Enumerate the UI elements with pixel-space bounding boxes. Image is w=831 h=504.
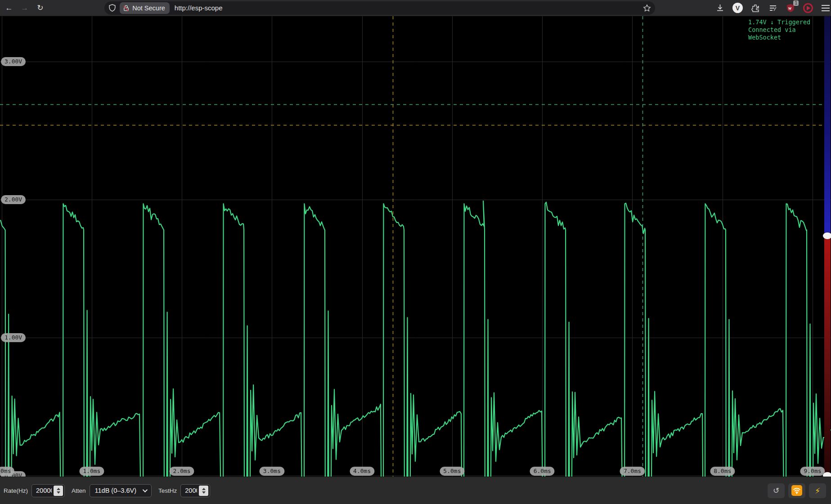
chevron-down-icon — [143, 487, 148, 492]
atten-label: Atten — [72, 487, 86, 494]
trigger-mode-button[interactable]: ⚡ — [809, 483, 826, 498]
extension-bars-icon[interactable] — [767, 2, 778, 13]
y-tick-label: 1.00V — [1, 333, 26, 342]
back-button[interactable]: ← — [2, 2, 16, 14]
x-tick-label: 6.0ms — [530, 467, 555, 476]
not-secure-chip[interactable]: Not Secure — [120, 2, 170, 14]
reset-button[interactable]: ↺ — [768, 483, 785, 498]
trigger-slider-upper-track[interactable] — [824, 16, 831, 236]
menu-hamburger-icon[interactable] — [820, 2, 831, 13]
wifi-icon — [791, 485, 802, 496]
downloads-icon[interactable] — [714, 2, 726, 13]
tracking-shield-icon[interactable] — [108, 4, 116, 12]
scope-status: 1.74V ↓ Triggered Connected via WebSocke… — [748, 18, 831, 41]
x-tick-label: 1.0ms — [79, 467, 104, 476]
trigger-slider-lower-track[interactable] — [824, 236, 831, 476]
trigger-level-slider[interactable] — [824, 16, 831, 476]
oscilloscope-display: 1.74V ↓ Triggered Connected via WebSocke… — [0, 16, 831, 477]
browser-toolbar: ← → ↻ Not Secure http://esp-scope V — [0, 0, 831, 16]
browser-extension-row: V 1 — [714, 2, 831, 13]
adblock-shield-icon[interactable]: 1 — [785, 2, 796, 13]
y-tick-label: 2.00V — [1, 195, 26, 204]
x-tick-label: 5.0ms — [440, 467, 464, 476]
x-tick-label: 0ms — [0, 467, 14, 476]
address-bar[interactable]: Not Secure http://esp-scope — [104, 1, 655, 15]
rate-stepper[interactable] — [54, 486, 63, 496]
x-tick-label: 7.0ms — [620, 467, 645, 476]
play-icon — [807, 6, 810, 10]
connection-status-text: Connected via WebSocket — [748, 26, 831, 41]
testhz-label: TestHz — [158, 487, 177, 494]
x-tick-label: 9.0ms — [800, 467, 825, 476]
x-tick-label: 2.0ms — [170, 467, 194, 476]
extension-v-icon[interactable]: V — [732, 2, 743, 13]
offset-thumb[interactable] — [823, 472, 831, 477]
y-tick-label: 3.00V — [1, 57, 26, 66]
bookmark-star-icon[interactable] — [643, 4, 651, 12]
adblock-badge-count: 1 — [793, 0, 799, 6]
testhz-input[interactable] — [181, 487, 199, 494]
forward-button[interactable]: → — [18, 2, 31, 14]
x-tick-label: 8.0ms — [710, 467, 735, 476]
trigger-status-text: 1.74V ↓ Triggered — [748, 18, 831, 26]
media-extension-icon[interactable] — [802, 2, 813, 13]
scope-controls-toolbar: Rate(Hz) Atten 11dB (0–3.6V) TestHz ↺ ⚡ — [0, 477, 831, 504]
rate-label: Rate(Hz) — [4, 487, 28, 494]
atten-select[interactable]: 11dB (0–3.6V) — [90, 484, 152, 497]
testhz-input-group — [180, 484, 210, 497]
rate-input-group — [31, 484, 65, 497]
rate-input[interactable] — [32, 487, 54, 494]
reload-button[interactable]: ↻ — [34, 2, 47, 14]
wifi-button[interactable] — [788, 483, 805, 498]
x-tick-label: 4.0ms — [350, 467, 374, 476]
lightning-icon: ⚡ — [815, 486, 821, 495]
testhz-stepper[interactable] — [199, 486, 208, 496]
extensions-puzzle-icon[interactable] — [750, 2, 761, 13]
security-label: Not Secure — [132, 4, 165, 12]
trigger-thumb[interactable] — [823, 232, 831, 239]
refresh-icon: ↺ — [773, 486, 779, 495]
x-tick-label: 3.0ms — [260, 467, 284, 476]
broken-lock-icon — [123, 4, 130, 12]
atten-selected-value: 11dB (0–3.6V) — [95, 487, 136, 494]
waveform-canvas[interactable] — [0, 16, 831, 477]
url-text[interactable]: http://esp-scope — [175, 4, 223, 12]
